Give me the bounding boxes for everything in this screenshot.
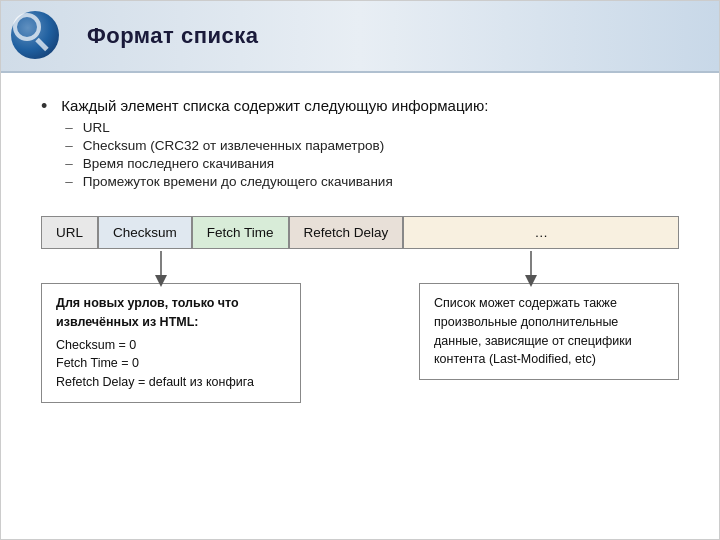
note-left-line1: Checksum = 0 xyxy=(56,336,286,355)
notes-row: Для новых урлов, только что извлечённых … xyxy=(41,269,679,403)
bullet-main-text: Каждый элемент списка содержит следующую… xyxy=(61,97,679,114)
header: Формат списка xyxy=(1,1,719,73)
sub-items-list: – URL – Checksum (CRC32 от извлеченных п… xyxy=(61,120,679,189)
content-area: • Каждый элемент списка содержит следующ… xyxy=(1,73,719,423)
dash-icon: – xyxy=(65,120,73,135)
notes-area: Для новых урлов, только что извлечённых … xyxy=(41,269,679,403)
bullet-section: • Каждый элемент списка содержит следующ… xyxy=(41,97,679,192)
page-title: Формат списка xyxy=(87,23,259,49)
note-left-title: Для новых урлов, только что извлечённых … xyxy=(56,294,286,332)
logo-circle xyxy=(11,11,59,59)
magnifier-icon xyxy=(13,13,41,41)
magnifier-handle-icon xyxy=(35,38,48,51)
note-left-line3: Refetch Delay = default из конфига xyxy=(56,373,286,392)
note-right: Список может содержать также произвольны… xyxy=(419,283,679,380)
sub-item-text: URL xyxy=(83,120,679,135)
col-checksum: Checksum xyxy=(98,216,192,249)
note-left-line2: Fetch Time = 0 xyxy=(56,354,286,373)
col-refetchdelay: Refetch Delay xyxy=(289,216,404,249)
columns-row: URL Checksum Fetch Time Refetch Delay … xyxy=(41,216,679,249)
logo xyxy=(11,11,71,61)
col-url: URL xyxy=(41,216,98,249)
bullet-content: Каждый элемент списка содержит следующую… xyxy=(61,97,679,192)
list-item: – URL xyxy=(61,120,679,135)
col-ellipsis: … xyxy=(403,216,679,249)
slide: Формат списка • Каждый элемент списка со… xyxy=(0,0,720,540)
sub-item-text: Время последнего скачивания xyxy=(83,156,679,171)
list-item: – Время последнего скачивания xyxy=(61,156,679,171)
dash-icon: – xyxy=(65,156,73,171)
note-left: Для новых урлов, только что извлечённых … xyxy=(41,283,301,403)
list-item: – Промежуток времени до следующего скачи… xyxy=(61,174,679,189)
bullet-dot: • xyxy=(41,96,47,117)
list-item: – Checksum (CRC32 от извлеченных парамет… xyxy=(61,138,679,153)
dash-icon: – xyxy=(65,174,73,189)
sub-item-text: Checksum (CRC32 от извлеченных параметро… xyxy=(83,138,679,153)
sub-item-text: Промежуток времени до следующего скачива… xyxy=(83,174,679,189)
dash-icon: – xyxy=(65,138,73,153)
bullet-item: • Каждый элемент списка содержит следующ… xyxy=(41,97,679,192)
col-fetchtime: Fetch Time xyxy=(192,216,289,249)
